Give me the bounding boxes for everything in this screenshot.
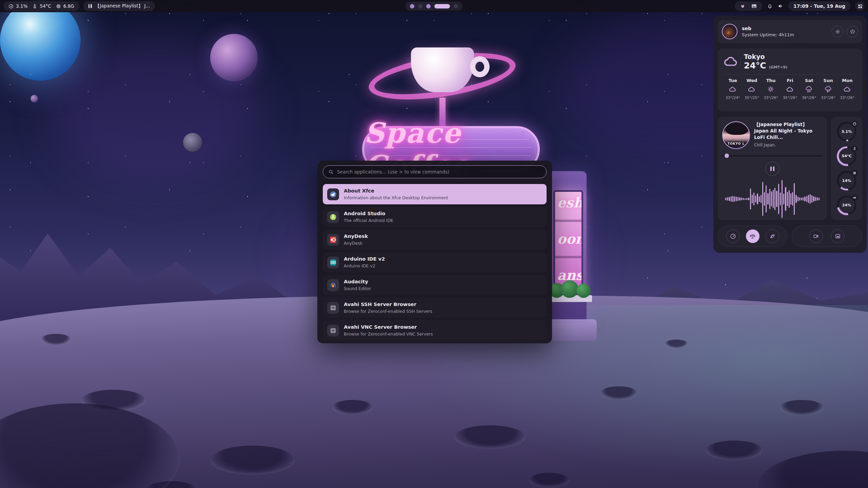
audio-waveform — [722, 177, 823, 221]
seek-thumb[interactable] — [725, 154, 729, 158]
disk-icon — [851, 195, 858, 201]
cloud-icon — [723, 85, 742, 94]
android-studio-icon — [327, 211, 339, 223]
system-gauges-card: 3.1% 54°C 14% 24% — [831, 117, 862, 220]
search-bar[interactable] — [323, 165, 547, 178]
crater — [600, 386, 637, 400]
pause-button[interactable] — [765, 162, 780, 176]
crater — [454, 425, 526, 449]
capture-group — [792, 225, 862, 247]
crater — [705, 441, 763, 460]
app-row-avahi-ssh[interactable]: Avahi SSH Server Browser Browse for Zero… — [323, 298, 547, 318]
temp-stat: 54°C — [32, 3, 51, 9]
seek-slider[interactable] — [722, 154, 823, 158]
window-slat — [555, 220, 581, 222]
cloud-icon — [742, 85, 761, 94]
app-row-avahi-vnc[interactable]: Avahi VNC Server Browser Browse for Zero… — [323, 320, 547, 341]
cloud-icon — [781, 85, 800, 94]
music-player-card: TOKYO L 【Japanese Playlist】 Japan All Ni… — [718, 117, 827, 220]
forecast-day: Sat 36°/26° — [800, 78, 818, 100]
settings-gear-icon[interactable] — [832, 26, 843, 37]
cpu-gauge: 3.1% — [837, 122, 856, 141]
workspace-dot-occupied[interactable] — [426, 4, 431, 8]
speaker-icon[interactable] — [777, 3, 784, 9]
window-neon-text: esh — [555, 192, 581, 214]
album-art[interactable]: TOKYO L — [722, 121, 750, 149]
search-input[interactable] — [337, 169, 541, 175]
chip-icon — [56, 4, 61, 9]
cafe-window: esh oon ans — [553, 190, 583, 295]
app-name: Audacity — [344, 279, 371, 285]
image-icon[interactable] — [751, 3, 757, 9]
workspace-dot-empty[interactable] — [418, 4, 422, 8]
app-description: Browse for Zeroconf-enabled VNC Servers — [344, 331, 433, 337]
app-row-about-xfce[interactable]: About Xfce Information about the Xfce De… — [323, 184, 547, 204]
avatar[interactable] — [722, 24, 737, 39]
weather-temp: 24°C — [744, 61, 766, 70]
crater — [210, 446, 295, 475]
thermometer-icon — [851, 145, 858, 152]
crater — [529, 473, 570, 488]
powersave-mode-button[interactable] — [766, 229, 779, 243]
rain-cloud-icon — [800, 85, 818, 94]
workspace-dot-active[interactable] — [434, 4, 450, 8]
floating-cup — [411, 47, 474, 92]
divider — [723, 74, 857, 75]
track-title: 【Japanese Playlist】 Japan All Night - To… — [754, 121, 823, 141]
app-row-anydesk[interactable]: AnyDesk AnyDesk — [323, 229, 547, 250]
apps-grid-icon[interactable] — [855, 1, 865, 11]
app-name: About Xfce — [344, 188, 448, 194]
power-mode-group — [718, 225, 787, 247]
bell-icon[interactable] — [767, 3, 773, 9]
app-description: Arduino IDE v2 — [344, 263, 385, 268]
track-artist: Chill Japan. — [754, 143, 823, 147]
power-icon[interactable] — [847, 26, 858, 37]
tiny-planet — [31, 95, 38, 102]
video-camera-icon[interactable] — [809, 229, 823, 243]
speedometer-icon — [730, 233, 736, 239]
system-stats-pill[interactable]: 3.1% 54°C 6.8G — [3, 1, 79, 11]
app-description: Information about the Xfce Desktop Envir… — [344, 195, 448, 200]
app-description: The official Android IDE — [344, 218, 393, 223]
forecast-day: Mon 33°/26° — [838, 78, 857, 100]
workspace-dot-empty[interactable] — [454, 4, 458, 8]
workspace-dots[interactable] — [406, 2, 462, 11]
audacity-icon — [327, 279, 339, 291]
cat-icon[interactable] — [740, 3, 746, 9]
forecast-day: Sun 33°/26° — [818, 78, 837, 100]
speedometer-icon — [851, 121, 858, 127]
balanced-mode-button[interactable] — [746, 229, 760, 243]
app-row-audacity[interactable]: Audacity Sound Editor — [323, 275, 547, 295]
user-name: seb — [742, 26, 794, 31]
performance-mode-button[interactable] — [726, 229, 740, 243]
weather-forecast: Tue 33°/24° Wed 35°/25° Thu 33°/26° Fri … — [723, 78, 857, 100]
cloud-icon — [723, 54, 739, 69]
temp-value: 54°C — [40, 3, 51, 9]
app-name: AnyDesk — [344, 233, 368, 239]
workspace-indicator — [406, 2, 462, 11]
mem-value: 6.8G — [63, 3, 74, 9]
now-playing-pill[interactable]: 【Japanese Playlist】 J... — [83, 1, 155, 11]
weather-city: Tokyo — [744, 53, 787, 61]
system-uptime: System Uptime: 4h11m — [742, 32, 794, 37]
app-name: Android Studio — [344, 211, 393, 217]
screenshot-icon[interactable] — [831, 229, 845, 243]
pause-icon — [88, 4, 92, 8]
magnifier-icon — [328, 169, 334, 175]
anydesk-icon — [327, 234, 339, 246]
app-row-android-studio[interactable]: Android Studio The official Android IDE — [323, 207, 547, 227]
weather-card: Tokyo 24°C (GMT+9) Tue 33°/24° Wed 35°/2… — [718, 48, 862, 111]
tray-pill — [735, 1, 762, 11]
crater — [332, 400, 373, 415]
cpu-value: 3.1% — [16, 3, 27, 9]
forecast-day: Thu 33°/26° — [762, 78, 781, 100]
crater — [41, 334, 71, 345]
widgets-sidebar: seb System Uptime: 4h11m Tokyo 24°C (GMT… — [713, 16, 867, 253]
clock[interactable]: 17:09 - Tue, 19 Aug — [788, 1, 850, 11]
window-neon-text: oon — [555, 228, 581, 250]
crater — [665, 340, 688, 348]
speedometer-icon — [8, 4, 14, 9]
app-row-arduino[interactable]: Arduino IDE v2 Arduino IDE v2 — [323, 252, 547, 272]
workspace-dot-occupied[interactable] — [410, 4, 414, 8]
arduino-icon — [327, 257, 339, 268]
